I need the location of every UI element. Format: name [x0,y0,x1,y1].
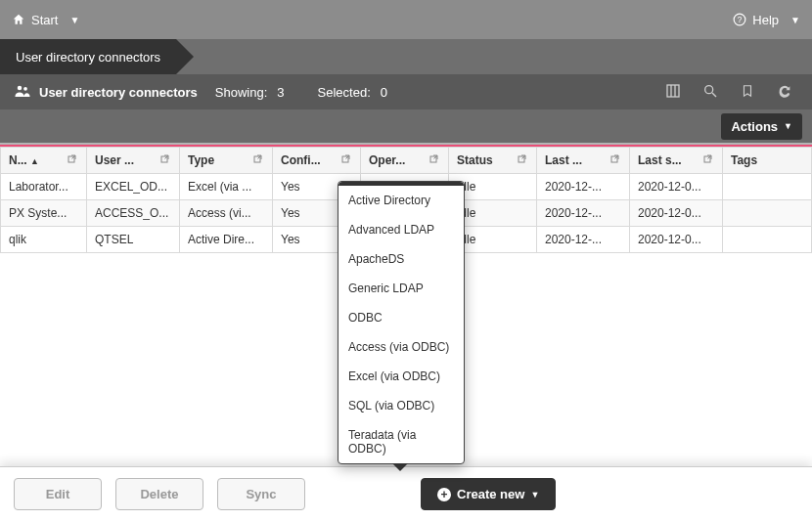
actions-button[interactable]: Actions ▼ [721,113,802,140]
svg-line-8 [712,93,716,97]
cell-lasts: 2020-12-0... [630,227,723,253]
cell-type: Access (vi... [180,200,273,227]
svg-point-2 [18,85,23,90]
create-new-button[interactable]: + Create new ▼ [421,478,556,510]
cell-tags [723,227,812,253]
cell-name: PX Syste... [1,200,87,227]
cell-name: qlik [1,227,87,253]
dropdown-item[interactable]: Excel (via ODBC) [338,362,464,391]
home-icon [12,13,25,26]
column-header[interactable]: Status [449,148,537,174]
svg-text:?: ? [738,16,743,24]
cell-tags [723,174,812,200]
edit-label: Edit [46,487,70,501]
top-bar: Start ▼ ? Help ▼ [0,0,812,39]
column-header[interactable]: Confi... [273,148,361,174]
selected-label: Selected: [318,85,371,100]
refresh-icon [777,83,792,102]
dropdown-item[interactable]: ApacheDS [338,244,464,274]
start-menu[interactable]: Start ▼ [12,13,79,27]
svg-point-7 [705,85,713,93]
section-title: User directory connectors [39,85,198,100]
plus-icon: + [437,488,451,501]
column-header[interactable]: User ... [87,148,180,174]
column-header[interactable]: Tags [723,148,812,174]
help-label: Help [752,13,779,27]
cell-name: Laborator... [1,174,87,200]
dropdown-item[interactable]: Access (via ODBC) [338,332,464,362]
bookmark-icon [741,83,754,102]
svg-point-3 [23,86,27,90]
section-header: User directory connectors Showing: 3 Sel… [0,74,812,109]
search-button[interactable] [697,78,724,106]
sync-button[interactable]: Sync [217,478,305,510]
cell-user: EXCEL_OD... [87,174,180,200]
actions-label: Actions [731,119,778,134]
caret-down-icon: ▼ [69,15,79,25]
footer-toolbar: Edit Delete Sync + Create new ▼ [0,466,812,521]
cell-lasts: 2020-12-0... [630,174,723,200]
caret-down-icon: ▼ [530,490,539,499]
breadcrumb-tab[interactable]: User directory connectors [0,39,176,74]
showing-value: 3 [277,85,284,100]
actions-bar: Actions ▼ [0,109,812,145]
cell-user: ACCESS_O... [87,200,180,227]
sync-label: Sync [246,487,276,501]
help-icon: ? [733,13,746,26]
columns-button[interactable] [659,78,687,106]
dropdown-item[interactable]: Generic LDAP [338,274,464,303]
dropdown-item[interactable]: ODBC [338,303,464,332]
delete-label: Delete [140,487,178,501]
users-icon [14,82,31,103]
cell-type: Excel (via ... [180,174,273,200]
dropdown-item[interactable]: Teradata (via ODBC) [338,420,464,463]
column-header[interactable]: Type [180,148,273,174]
bookmark-button[interactable] [734,78,761,106]
dropdown-item[interactable]: Active Directory [338,186,464,215]
start-label: Start [31,13,58,27]
delete-button[interactable]: Delete [115,478,203,510]
dropdown-item[interactable]: SQL (via ODBC) [338,391,464,420]
columns-icon [665,83,681,102]
caret-down-icon: ▼ [784,121,792,131]
breadcrumb-label: User directory connectors [16,50,160,65]
showing-label: Showing: [215,85,267,100]
caret-down-icon: ▼ [790,15,800,25]
cell-last: 2020-12-... [537,174,630,200]
cell-last: 2020-12-... [537,200,630,227]
cell-lasts: 2020-12-0... [630,200,723,227]
column-header[interactable]: Last s... [630,148,723,174]
svg-rect-4 [667,85,679,97]
cell-type: Active Dire... [180,227,273,253]
refresh-button[interactable] [771,78,798,106]
cell-last: 2020-12-... [537,227,630,253]
column-header[interactable]: Oper... [361,148,449,174]
create-new-dropdown: Active DirectoryAdvanced LDAPApacheDSGen… [338,181,465,464]
search-icon [702,83,718,102]
help-menu[interactable]: ? Help ▼ [733,13,800,27]
edit-button[interactable]: Edit [14,478,102,510]
cell-tags [723,200,812,227]
breadcrumb-bar: User directory connectors [0,39,812,74]
create-new-label: Create new [457,487,524,501]
selected-value: 0 [381,85,387,100]
column-header[interactable]: N... ▲ [1,148,87,174]
cell-user: QTSEL [87,227,180,253]
dropdown-item[interactable]: Advanced LDAP [338,215,464,244]
column-header[interactable]: Last ... [537,148,630,174]
